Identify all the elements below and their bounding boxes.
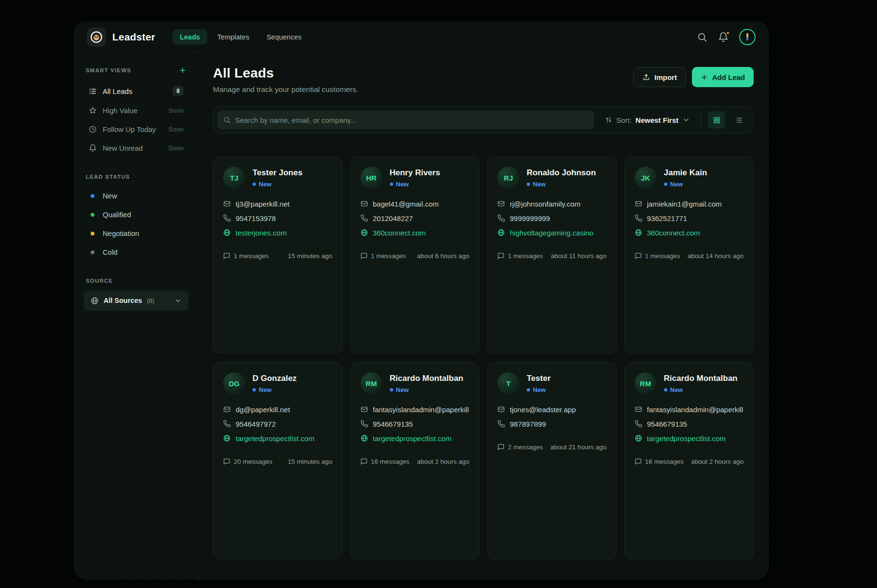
nav-tab-sequences[interactable]: Sequences bbox=[259, 29, 309, 45]
smart-views-heading: SMART VIEWS bbox=[86, 67, 131, 73]
page-title: All Leads bbox=[213, 65, 359, 81]
lead-avatar: T bbox=[497, 372, 519, 394]
bell-icon bbox=[89, 144, 97, 152]
star-icon bbox=[89, 106, 97, 115]
sort-control[interactable]: Sort: Newest First bbox=[601, 116, 694, 124]
messages-count: 20 messages bbox=[223, 458, 272, 465]
status-badge: New bbox=[396, 386, 409, 393]
lead-card[interactable]: T Tester New tjones@leadster.app 9878978… bbox=[487, 362, 617, 559]
status-dot-cold bbox=[91, 250, 94, 254]
card-divider bbox=[497, 246, 607, 246]
sidebar-item-all-leads[interactable]: All Leads 8 bbox=[84, 82, 188, 100]
mail-icon bbox=[223, 405, 231, 413]
add-lead-button[interactable]: Add Lead bbox=[692, 67, 754, 87]
messages-count: 2 messages bbox=[497, 444, 543, 451]
status-dot bbox=[527, 183, 530, 186]
lead-phone: 9362521771 bbox=[635, 213, 744, 223]
mail-icon bbox=[360, 200, 368, 208]
status-filter-cold[interactable]: Cold bbox=[84, 244, 188, 261]
soon-badge: Soon bbox=[168, 107, 184, 114]
user-avatar[interactable] bbox=[739, 29, 756, 45]
add-smart-view-plus-icon[interactable] bbox=[179, 66, 186, 74]
card-divider bbox=[635, 451, 744, 452]
phone-icon bbox=[223, 420, 231, 428]
status-badge: New bbox=[396, 181, 409, 188]
lead-avatar: RM bbox=[360, 372, 383, 394]
top-navigation-bar: Leadster Leads Templates Sequences bbox=[74, 22, 768, 52]
source-dropdown[interactable]: All Sources (8) bbox=[84, 290, 188, 311]
lead-website-link[interactable]: targetedprospectlist.com bbox=[223, 433, 332, 444]
mail-icon bbox=[635, 200, 642, 208]
lead-card[interactable]: TJ Tester Jones New tj3@paperkill.net 95… bbox=[213, 157, 343, 353]
card-divider bbox=[223, 451, 332, 452]
lead-website-link[interactable]: targetedprospectlist.com bbox=[635, 433, 744, 444]
lead-card[interactable]: DG D Gonzalez New dg@paperkill.net 95464… bbox=[213, 362, 343, 559]
lead-website-link[interactable]: targetedprospectlist.com bbox=[360, 433, 470, 444]
lead-email: jamiekain1@gmail.com bbox=[635, 198, 744, 209]
lead-card[interactable]: RJ Ronaldo Johnson New rj@johnsonfamily.… bbox=[487, 157, 617, 353]
chat-icon bbox=[223, 252, 230, 260]
globe-icon bbox=[360, 434, 368, 442]
lead-status-heading: LEAD STATUS bbox=[86, 174, 130, 180]
lead-website-link[interactable]: 360connect.com bbox=[360, 227, 470, 238]
last-activity: about 14 hours ago bbox=[688, 252, 744, 260]
search-icon[interactable] bbox=[697, 32, 707, 42]
status-badge: New bbox=[533, 181, 546, 188]
lead-card[interactable]: RM Ricardo Montalban New fantasyislandad… bbox=[625, 362, 754, 559]
search-icon bbox=[223, 116, 231, 124]
globe-icon bbox=[497, 229, 505, 236]
last-activity: 15 minutes ago bbox=[288, 252, 332, 260]
lead-website-link[interactable]: testerjones.com bbox=[223, 227, 332, 238]
lead-avatar: RM bbox=[635, 372, 657, 394]
toolbar-divider bbox=[701, 114, 701, 126]
status-badge: New bbox=[533, 386, 546, 393]
chevron-down-icon bbox=[174, 297, 182, 304]
mail-icon bbox=[497, 405, 505, 413]
status-filter-qualified[interactable]: Qualified bbox=[84, 206, 188, 223]
sidebar-item-follow-up-today[interactable]: Follow Up Today Soon bbox=[84, 121, 188, 138]
lead-card[interactable]: RM Ricardo Montalban New fantasyislandad… bbox=[350, 362, 480, 559]
lead-card[interactable]: HR Henry Rivers New bagel41@gmail.com 20… bbox=[350, 157, 480, 353]
globe-icon bbox=[223, 434, 231, 442]
status-filter-new[interactable]: New bbox=[84, 187, 188, 204]
card-divider bbox=[360, 451, 470, 452]
status-badge: New bbox=[670, 181, 683, 188]
search-input[interactable] bbox=[235, 116, 588, 124]
status-dot bbox=[252, 388, 256, 392]
nav-tab-leads[interactable]: Leads bbox=[173, 29, 207, 45]
lead-email: tj3@paperkill.net bbox=[223, 198, 332, 209]
sort-value: Newest First bbox=[636, 116, 678, 124]
mail-icon bbox=[497, 200, 505, 208]
mail-icon bbox=[360, 405, 368, 413]
sidebar-item-new-unread[interactable]: New Unread Soon bbox=[84, 140, 188, 157]
lead-name: Jamie Kain bbox=[664, 168, 707, 178]
lead-avatar: JK bbox=[635, 167, 657, 189]
soon-badge: Soon bbox=[168, 126, 184, 133]
lead-phone: 9999999999 bbox=[497, 213, 607, 223]
lead-avatar: DG bbox=[223, 372, 245, 394]
globe-icon bbox=[91, 297, 99, 305]
list-view-toggle[interactable] bbox=[730, 111, 747, 129]
clock-icon bbox=[89, 125, 97, 133]
lead-card[interactable]: JK Jamie Kain New jamiekain1@gmail.com 9… bbox=[625, 157, 754, 353]
lead-email: rj@johnsonfamily.com bbox=[497, 198, 607, 209]
nav-tab-templates[interactable]: Templates bbox=[210, 29, 256, 45]
sidebar-item-high-value[interactable]: High Value Soon bbox=[84, 102, 188, 119]
all-leads-count-badge: 8 bbox=[173, 86, 184, 96]
import-button[interactable]: Import bbox=[633, 67, 686, 87]
lead-name: Ronaldo Johnson bbox=[527, 168, 596, 178]
grid-view-toggle[interactable] bbox=[708, 111, 725, 129]
lead-phone: 9546679135 bbox=[360, 418, 470, 429]
status-dot-new bbox=[91, 194, 94, 198]
lead-website-link[interactable]: 360connect.com bbox=[635, 227, 744, 238]
lead-website-link[interactable]: highvoltagegaming.casino bbox=[497, 227, 607, 238]
card-divider bbox=[497, 437, 607, 437]
lead-name: Tester Jones bbox=[252, 168, 303, 178]
lead-email: dg@paperkill.net bbox=[223, 404, 332, 415]
search-leads-field[interactable] bbox=[217, 111, 594, 129]
status-filter-negotiation[interactable]: Negotiation bbox=[84, 225, 188, 242]
lead-phone: 9547153978 bbox=[223, 213, 332, 223]
lead-name: D Gonzalez bbox=[252, 374, 297, 383]
notifications-bell-icon[interactable] bbox=[718, 32, 729, 42]
status-badge: New bbox=[259, 386, 272, 393]
